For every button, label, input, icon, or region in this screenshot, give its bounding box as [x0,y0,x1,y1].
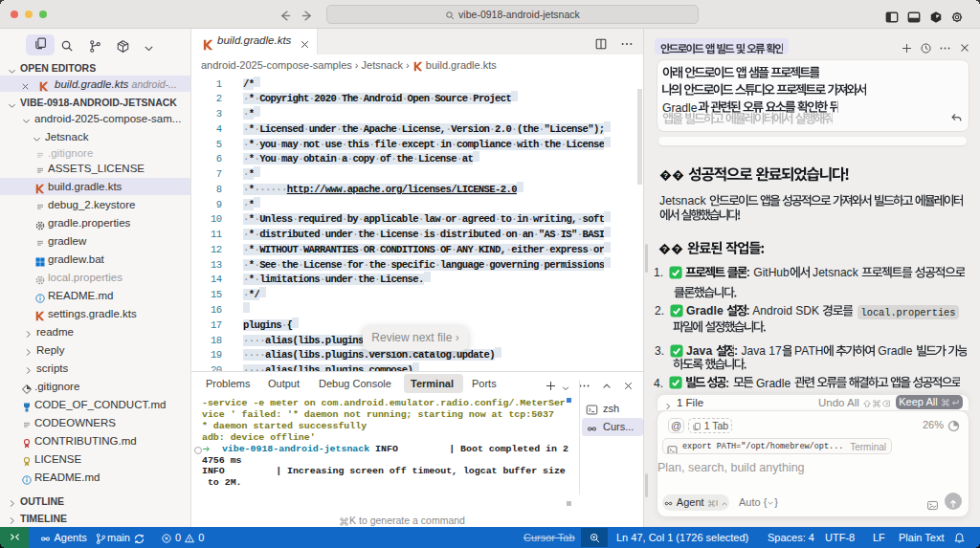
svg-text:?: ? [675,245,679,253]
svg-text:?: ? [662,245,667,253]
svg-text:?: ? [676,171,680,180]
svg-text:?: ? [663,171,668,180]
